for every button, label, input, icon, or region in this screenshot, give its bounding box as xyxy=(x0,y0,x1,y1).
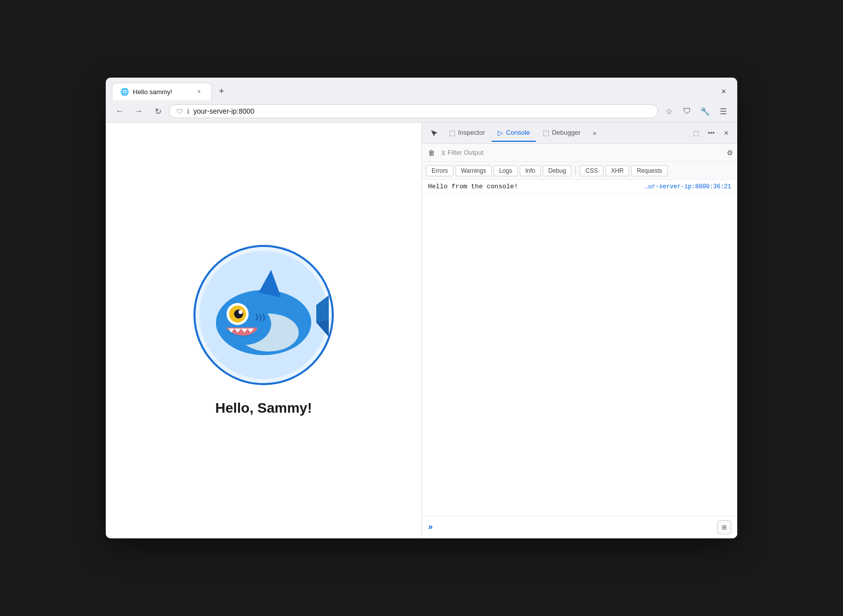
log-text: Hello from the console! xyxy=(428,183,518,190)
container-button[interactable]: 🛡 xyxy=(679,103,695,119)
info-icon: ℹ xyxy=(187,108,189,115)
filter-icon: ⧖ xyxy=(441,149,446,157)
shield-icon: 🛡 xyxy=(176,108,183,115)
devtools-close-button[interactable]: × xyxy=(719,126,733,140)
console-log-entry: Hello from the console! …ur-server-ip:80… xyxy=(422,180,737,194)
browser-tab[interactable]: 🌐 Hello sammy! × xyxy=(112,83,212,100)
tab-debugger[interactable]: ⬚ Debugger xyxy=(537,125,586,142)
filter-debug-button[interactable]: Debug xyxy=(543,165,571,176)
browser-window: 🌐 Hello sammy! × + × ← → ↻ 🛡 ℹ your-serv… xyxy=(106,78,737,538)
debugger-label: Debugger xyxy=(552,129,580,136)
window-close-button[interactable]: × xyxy=(716,84,731,99)
console-label: Console xyxy=(506,129,530,136)
title-bar: 🌐 Hello sammy! × + × xyxy=(106,78,737,100)
main-area: Hello, Sammy! ⬚ Inspector ▷ Console xyxy=(106,123,737,538)
svg-point-11 xyxy=(239,310,243,314)
element-picker-button[interactable] xyxy=(426,125,442,141)
shark-svg xyxy=(198,250,329,380)
tab-title: Hello sammy! xyxy=(133,88,190,96)
debugger-icon: ⬚ xyxy=(543,129,549,137)
globe-icon: 🌐 xyxy=(120,88,129,96)
filter-info-button[interactable]: Info xyxy=(520,165,541,176)
filter-xhr-button[interactable]: XHR xyxy=(605,165,629,176)
new-tab-button[interactable]: + xyxy=(214,84,229,99)
filter-separator xyxy=(575,166,576,176)
filter-errors-button[interactable]: Errors xyxy=(426,165,454,176)
menu-button[interactable]: ☰ xyxy=(715,103,731,119)
url-bar[interactable]: 🛡 ℹ your-server-ip:8000 xyxy=(169,104,658,118)
devtools-panel: ⬚ Inspector ▷ Console ⬚ Debugger » ⬚ •••… xyxy=(422,123,737,538)
filter-css-button[interactable]: CSS xyxy=(580,165,603,176)
page-content: Hello, Sammy! xyxy=(106,123,422,538)
inspector-icon: ⬚ xyxy=(449,129,456,137)
page-heading: Hello, Sammy! xyxy=(216,400,312,416)
reload-button[interactable]: ↻ xyxy=(150,103,166,119)
nav-bar: ← → ↻ 🛡 ℹ your-server-ip:8000 ☆ 🛡 🔧 ☰ xyxy=(106,100,737,123)
filter-output-input[interactable]: ⧖ Filter Output xyxy=(441,149,723,157)
nav-actions: ☆ 🛡 🔧 ☰ xyxy=(661,103,731,119)
console-toolbar: 🗑 ⧖ Filter Output ⚙ xyxy=(422,144,737,162)
console-output: Hello from the console! …ur-server-ip:80… xyxy=(422,180,737,516)
more-tabs-button[interactable]: » xyxy=(587,126,601,140)
filter-logs-button[interactable]: Logs xyxy=(494,165,518,176)
bookmark-button[interactable]: ☆ xyxy=(661,103,677,119)
console-filters: Errors Warnings Logs Info Debug CSS XHR … xyxy=(422,162,737,180)
devtools-toolbar: ⬚ Inspector ▷ Console ⬚ Debugger » ⬚ •••… xyxy=(422,123,737,144)
tab-close-button[interactable]: × xyxy=(194,87,203,96)
tab-inspector[interactable]: ⬚ Inspector xyxy=(443,125,491,142)
console-split-button[interactable]: ⊞ xyxy=(717,520,731,534)
forward-button[interactable]: → xyxy=(131,103,147,119)
tab-console[interactable]: ▷ Console xyxy=(492,125,536,142)
console-input-area: » ⊞ xyxy=(422,516,737,538)
inspector-label: Inspector xyxy=(458,129,485,136)
filter-placeholder: Filter Output xyxy=(448,149,484,156)
url-text: your-server-ip:8000 xyxy=(193,107,651,115)
console-icon: ▷ xyxy=(498,129,503,137)
console-settings-button[interactable]: ⚙ xyxy=(727,149,733,157)
filter-requests-button[interactable]: Requests xyxy=(631,165,668,176)
shark-image xyxy=(193,245,334,385)
devtools-options-button[interactable]: ••• xyxy=(704,126,718,140)
filter-warnings-button[interactable]: Warnings xyxy=(456,165,492,176)
responsive-button[interactable]: ⬚ xyxy=(689,126,703,140)
console-prompt: » xyxy=(428,523,433,532)
tools-button[interactable]: 🔧 xyxy=(697,103,713,119)
back-button[interactable]: ← xyxy=(112,103,128,119)
clear-console-button[interactable]: 🗑 xyxy=(426,147,437,159)
log-source-link[interactable]: …ur-server-ip:8000:36:21 xyxy=(645,183,731,190)
